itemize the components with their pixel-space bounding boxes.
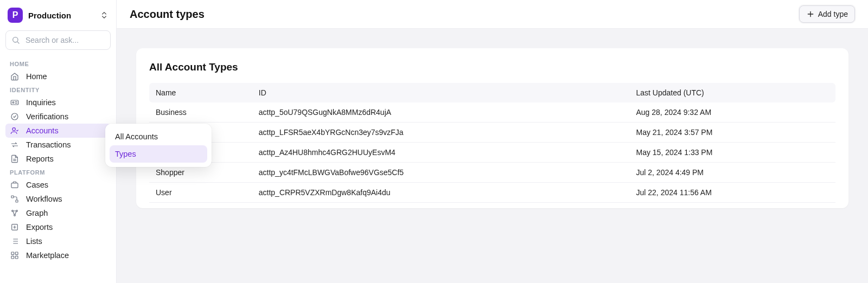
svg-rect-15 (15, 256, 18, 259)
table-row[interactable]: Businessacttp_5oU79QSGugNkA8MMz6dR4ujAAu… (149, 102, 835, 123)
sidebar-item-lists[interactable]: Lists (5, 234, 111, 248)
chevrons-up-down-icon (100, 11, 108, 20)
table-row[interactable]: acttp_Az4HU8hmhc4GRG2HUUyEsvM4May 15, 20… (149, 143, 835, 163)
sidebar-item-label: Inquiries (26, 98, 56, 107)
cell-updated: May 21, 2024 3:57 PM (630, 123, 836, 143)
sidebar-item-label: Cases (26, 181, 48, 189)
sidebar-item-home[interactable]: Home (5, 69, 111, 83)
svg-point-8 (12, 210, 14, 212)
app-logo-icon: P (8, 8, 23, 23)
sidebar-item-label: Marketplace (26, 251, 69, 260)
cell-id: acttp_CRPR5VZXRmDgw8Kafq9Ai4du (252, 183, 630, 203)
panel-title: All Account Types (149, 61, 835, 73)
topbar: Account types Add type (117, 0, 868, 29)
svg-point-9 (16, 210, 18, 212)
sidebar-item-transactions[interactable]: Transactions (5, 138, 111, 152)
cell-name: Business (149, 102, 252, 123)
svg-rect-14 (11, 256, 14, 259)
submenu-item-label: Types (115, 150, 136, 158)
svg-point-3 (11, 113, 18, 120)
sidebar-item-label: Exports (26, 223, 53, 231)
main-area: Account types Add type All Account Types… (117, 0, 868, 283)
table-row[interactable]: acttp_LFSR5aeX4bYRGcNcn3ey7s9vzFJaMay 21… (149, 123, 835, 143)
cell-id: acttp_5oU79QSGugNkA8MMz6dR4ujA (252, 102, 630, 123)
col-id: ID (252, 83, 630, 102)
sidebar-item-exports[interactable]: Exports (5, 220, 111, 234)
id-card-icon (10, 98, 20, 107)
svg-rect-6 (11, 196, 14, 198)
cell-name: User (149, 183, 252, 203)
table-row[interactable]: Shopperacttp_yc4tFMcLBWGVaBofwe96VGse5Cf… (149, 163, 835, 183)
sidebar-item-workflows[interactable]: Workflows (5, 192, 111, 206)
sidebar-item-label: Graph (26, 209, 48, 217)
cell-id: acttp_Az4HU8hmhc4GRG2HUUyEsvM4 (252, 143, 630, 163)
briefcase-icon (10, 181, 20, 189)
svg-rect-7 (16, 200, 18, 202)
sidebar-item-label: Workflows (26, 195, 62, 203)
add-type-button[interactable]: Add type (799, 5, 855, 23)
arrows-icon (10, 140, 20, 149)
sidebar-item-accounts[interactable]: Accounts (5, 124, 111, 138)
submenu-item-label: All Accounts (115, 132, 158, 141)
sidebar-item-marketplace[interactable]: Marketplace (5, 248, 111, 262)
sidebar-item-label: Reports (26, 155, 54, 163)
sidebar-item-cases[interactable]: Cases (5, 178, 111, 192)
add-type-label: Add type (818, 10, 848, 18)
cell-updated: Jul 2, 2024 4:49 PM (630, 163, 836, 183)
cell-updated: Jul 22, 2024 11:56 AM (630, 183, 836, 203)
sidebar-item-label: Transactions (26, 140, 71, 149)
search-icon (11, 36, 20, 44)
cell-id: acttp_yc4tFMcLBWGVaBofwe96VGse5Cf5 (252, 163, 630, 183)
sidebar-item-label: Lists (26, 237, 42, 246)
col-name: Name (149, 83, 252, 102)
svg-rect-13 (15, 252, 18, 255)
export-icon (10, 223, 20, 231)
content-area: All Account Types Name ID Last Updated (… (117, 29, 868, 283)
check-badge-icon (10, 112, 20, 121)
submenu-item-all-accounts[interactable]: All Accounts (110, 128, 207, 145)
cell-updated: May 15, 2024 1:33 PM (630, 143, 836, 163)
svg-point-4 (12, 128, 15, 131)
sidebar-item-graph[interactable]: Graph (5, 206, 111, 220)
svg-point-0 (13, 37, 18, 42)
svg-rect-12 (11, 252, 14, 255)
environment-switcher[interactable]: P Production (5, 5, 111, 25)
account-types-table: Name ID Last Updated (UTC) Businessacttp… (149, 83, 835, 203)
col-updated: Last Updated (UTC) (630, 83, 836, 102)
svg-point-2 (12, 102, 14, 104)
cell-updated: Aug 28, 2024 9:32 AM (630, 102, 836, 123)
svg-rect-1 (11, 100, 18, 105)
submenu-item-types[interactable]: Types (110, 145, 207, 163)
svg-point-10 (14, 215, 16, 216)
page-title: Account types (130, 8, 205, 21)
section-label-platform: PLATFORM (5, 166, 111, 178)
environment-name: Production (28, 11, 71, 20)
sidebar-item-reports[interactable]: Reports (5, 152, 111, 166)
graph-icon (10, 209, 20, 217)
sidebar-item-verifications[interactable]: Verifications (5, 110, 111, 124)
section-label-identity: IDENTITY (5, 83, 111, 95)
document-icon (10, 155, 20, 163)
accounts-submenu: All Accounts Types (105, 124, 212, 167)
search-input[interactable] (24, 35, 105, 45)
grid-icon (10, 251, 20, 260)
svg-rect-5 (11, 183, 18, 188)
cell-id: acttp_LFSR5aeX4bYRGcNcn3ey7s9vzFJa (252, 123, 630, 143)
table-row[interactable]: Useracttp_CRPR5VZXRmDgw8Kafq9Ai4duJul 22… (149, 183, 835, 203)
section-label-home: HOME (5, 57, 111, 69)
sidebar-item-inquiries[interactable]: Inquiries (5, 95, 111, 110)
workflow-icon (10, 195, 20, 203)
sidebar-item-label: Verifications (26, 112, 68, 121)
account-types-panel: All Account Types Name ID Last Updated (… (136, 48, 848, 208)
user-icon (10, 126, 20, 135)
sidebar-item-label: Home (26, 72, 47, 81)
plus-icon (806, 10, 815, 18)
home-icon (10, 72, 20, 81)
list-icon (10, 237, 20, 246)
search-box[interactable] (5, 30, 111, 50)
sidebar-item-label: Accounts (26, 126, 59, 135)
sidebar: P Production HOME Home IDENTITY (0, 0, 117, 283)
